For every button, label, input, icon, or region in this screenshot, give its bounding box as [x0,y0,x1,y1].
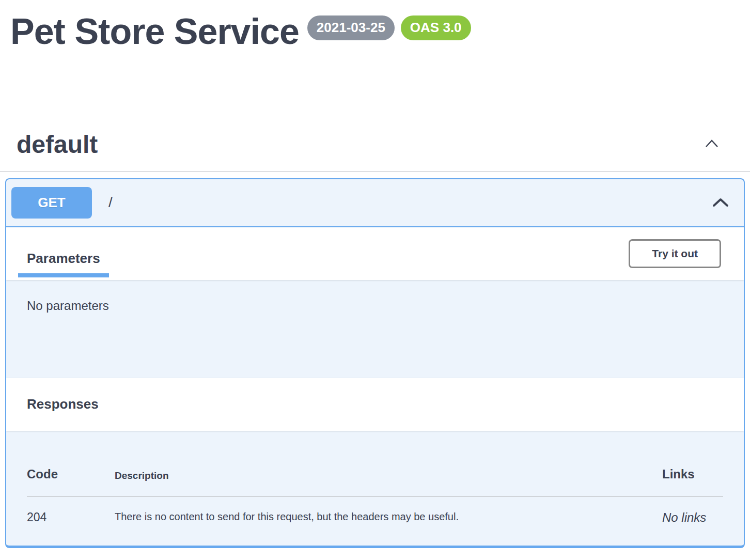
response-description: There is no content to send for this req… [115,496,662,525]
responses-inner: Code Description Links 204 There is no c… [6,431,744,546]
response-code: 204 [27,496,115,525]
version-badge: 2021-03-25 [307,15,395,40]
no-parameters-text: No parameters [27,299,723,313]
opblock-summary[interactable]: GET / [6,179,744,227]
tag-name: default [17,130,98,159]
responses-table-header-row: Code Description Links [27,450,723,496]
table-row: 204 There is no content to send for this… [27,496,723,525]
responses-table: Code Description Links 204 There is no c… [27,450,723,525]
api-info-header: Pet Store Service 2021-03-25 OAS 3.0 [0,0,750,52]
opblock-get: GET / Parameters Try it out No parameter… [5,178,745,548]
responses-section-header: Responses [6,378,744,431]
responses-heading: Responses [27,396,99,412]
opblock-body: Parameters Try it out No parameters Resp… [6,227,744,546]
parameters-section-header: Parameters Try it out [6,227,744,280]
chevron-up-icon [711,195,730,210]
response-links: No links [662,496,723,525]
page-title: Pet Store Service [10,12,299,52]
column-header-code: Code [27,450,115,496]
chevron-up-icon [704,137,720,151]
badges: 2021-03-25 OAS 3.0 [307,15,471,40]
column-header-links: Links [662,450,723,496]
column-header-description: Description [115,450,662,496]
tab-parameters[interactable]: Parameters [18,251,109,277]
operation-collapse-button[interactable] [711,195,730,210]
operation-path: / [108,194,113,211]
oas-badge: OAS 3.0 [401,15,471,40]
try-it-out-button[interactable]: Try it out [629,239,721,268]
parameters-container: No parameters [6,280,744,378]
section-collapse-button[interactable] [704,137,720,151]
tag-section-header[interactable]: default [0,118,750,172]
title-row: Pet Store Service 2021-03-25 OAS 3.0 [10,12,740,52]
get-method-badge: GET [11,187,92,219]
